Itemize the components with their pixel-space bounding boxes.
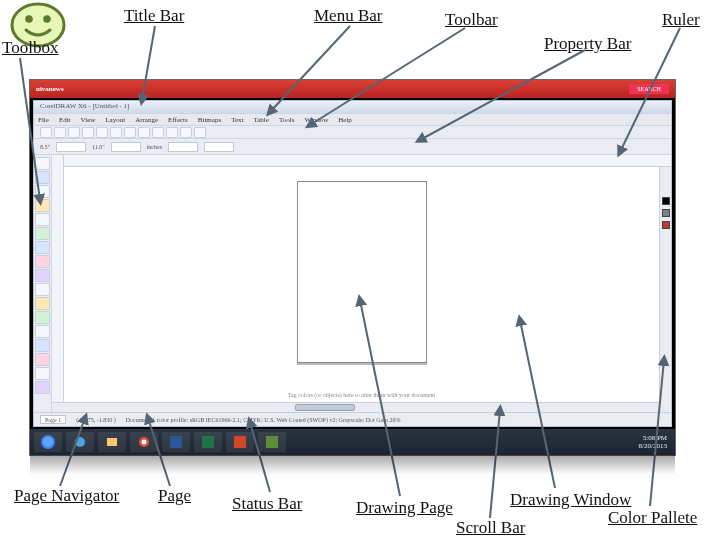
ie-icon — [74, 436, 86, 448]
palette-swatch[interactable] — [662, 209, 670, 217]
svg-rect-11 — [234, 436, 246, 448]
tool-freehand[interactable] — [35, 213, 50, 226]
svg-point-2 — [43, 15, 51, 23]
title-bar: CorelDRAW X6 - [Untitled - 1] — [34, 101, 671, 113]
menu-item[interactable]: File — [38, 116, 49, 124]
toolbar-button[interactable] — [96, 127, 108, 138]
menu-item[interactable]: Effects — [168, 116, 188, 124]
label-title-bar: Title Bar — [124, 6, 184, 26]
tool-rectangle[interactable] — [35, 241, 50, 254]
property-input[interactable] — [168, 142, 198, 152]
menu-item[interactable]: Help — [338, 116, 352, 124]
cursor-position: (-3.575, -1.830 ) — [76, 417, 116, 423]
application-screenshot: uivanews SEARCH CorelDRAW X6 - [Untitled… — [30, 80, 675, 455]
property-input[interactable] — [204, 142, 234, 152]
standard-toolbar — [34, 125, 671, 139]
toolbar-button[interactable] — [166, 127, 178, 138]
property-bar: 8.5" 11.0" inches — [34, 139, 671, 155]
label-color-pallete: Color Pallete — [608, 508, 697, 528]
corel-icon — [266, 436, 278, 448]
task-item[interactable] — [258, 432, 286, 452]
scrollbar-thumb[interactable] — [295, 404, 355, 411]
palette-swatch[interactable] — [662, 221, 670, 229]
toolbar-button[interactable] — [68, 127, 80, 138]
hint-text: Tag colors (or objects) here to alter th… — [288, 392, 436, 398]
label-toolbar: Toolbar — [445, 10, 498, 30]
label-page-navigator: Page Navigator — [14, 486, 119, 506]
label-ruler: Ruler — [662, 10, 700, 30]
property-x: 8.5" — [40, 144, 50, 150]
tool-eyedropper[interactable] — [35, 353, 50, 366]
menu-item[interactable]: Bitmaps — [198, 116, 221, 124]
browser-search-button[interactable]: SEARCH — [629, 84, 669, 94]
palette-swatch[interactable] — [662, 197, 670, 205]
menu-item[interactable]: Tools — [279, 116, 294, 124]
task-item[interactable] — [66, 432, 94, 452]
menu-item[interactable]: Arrange — [135, 116, 158, 124]
coreldraw-window: CorelDRAW X6 - [Untitled - 1] File Edit … — [33, 100, 672, 427]
property-input[interactable] — [56, 142, 86, 152]
label-toolbox: Toolbox — [2, 38, 58, 58]
task-item[interactable] — [130, 432, 158, 452]
toolbar-button[interactable] — [152, 127, 164, 138]
task-item[interactable] — [226, 432, 254, 452]
svg-rect-10 — [202, 436, 214, 448]
drawing-window[interactable]: Tag colors (or objects) here to alter th… — [52, 155, 671, 412]
tool-shape[interactable] — [35, 171, 50, 184]
windows-taskbar: 5:08 PM 8/20/2013 — [30, 429, 675, 455]
svg-rect-12 — [266, 436, 278, 448]
task-item[interactable] — [98, 432, 126, 452]
tool-connector[interactable] — [35, 325, 50, 338]
tool-interactive[interactable] — [35, 339, 50, 352]
task-item[interactable] — [162, 432, 190, 452]
menu-item[interactable]: Layout — [105, 116, 125, 124]
task-item[interactable] — [194, 432, 222, 452]
tool-outline[interactable] — [35, 367, 50, 380]
property-units: inches — [147, 144, 162, 150]
tool-zoom[interactable] — [35, 199, 50, 212]
svg-point-4 — [43, 437, 53, 447]
property-y: 11.0" — [92, 144, 105, 150]
tool-dimension[interactable] — [35, 311, 50, 324]
page-navigator-tab[interactable]: Page 1 — [40, 415, 66, 424]
tool-smartfill[interactable] — [35, 227, 50, 240]
tool-polygon[interactable] — [35, 269, 50, 282]
excel-icon — [202, 436, 214, 448]
property-input[interactable] — [111, 142, 141, 152]
horizontal-scrollbar[interactable] — [52, 402, 659, 412]
label-property-bar: Property Bar — [544, 34, 631, 54]
svg-rect-6 — [107, 438, 117, 446]
tool-table[interactable] — [35, 297, 50, 310]
toolbar-button[interactable] — [54, 127, 66, 138]
menu-item[interactable]: Table — [253, 116, 268, 124]
toolbar-button[interactable] — [110, 127, 122, 138]
toolbar-button[interactable] — [138, 127, 150, 138]
drawing-page[interactable] — [297, 181, 427, 363]
toolbar-button[interactable] — [194, 127, 206, 138]
tool-text[interactable] — [35, 283, 50, 296]
windows-icon — [40, 434, 56, 450]
menu-item[interactable]: Window — [304, 116, 328, 124]
browser-logo: uivanews — [36, 85, 64, 93]
menu-item[interactable]: View — [81, 116, 96, 124]
status-bar: Page 1 (-3.575, -1.830 ) Document 1 colo… — [34, 412, 671, 426]
label-status-bar: Status Bar — [232, 494, 302, 514]
toolbar-button[interactable] — [180, 127, 192, 138]
tool-crop[interactable] — [35, 185, 50, 198]
menu-bar[interactable]: File Edit View Layout Arrange Effects Bi… — [34, 113, 671, 125]
toolbar-button[interactable] — [124, 127, 136, 138]
tool-fill[interactable] — [35, 381, 50, 394]
label-menu-bar: Menu Bar — [314, 6, 382, 26]
toolbar-button[interactable] — [82, 127, 94, 138]
tool-ellipse[interactable] — [35, 255, 50, 268]
vertical-ruler — [52, 155, 64, 412]
menu-item[interactable]: Edit — [59, 116, 71, 124]
label-drawing-window: Drawing Window — [510, 490, 631, 510]
explorer-icon — [106, 436, 118, 448]
tool-pick[interactable] — [35, 157, 50, 170]
label-drawing-page: Drawing Page — [356, 498, 453, 518]
start-button[interactable] — [34, 432, 62, 452]
menu-item[interactable]: Text — [231, 116, 243, 124]
toolbar-button[interactable] — [40, 127, 52, 138]
system-tray-clock: 5:08 PM 8/20/2013 — [639, 434, 671, 450]
